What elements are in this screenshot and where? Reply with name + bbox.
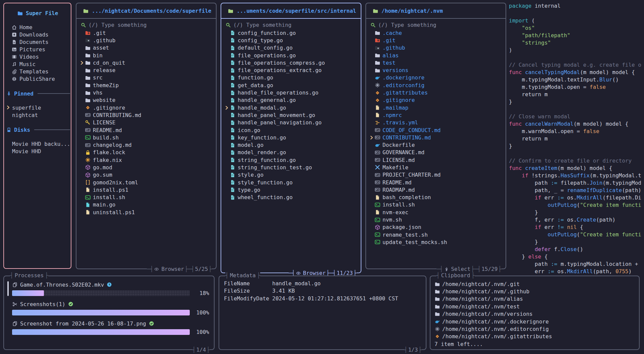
sidebar-item-templates[interactable]: Templates [4, 68, 71, 75]
file-row[interactable]: file_operations_extract.go [223, 66, 359, 74]
file-row[interactable]: file_operations.go [223, 52, 359, 59]
file-row[interactable]: go.sum [78, 171, 214, 179]
file-row[interactable]: model.go [223, 141, 359, 149]
disk-item-movie-hhd-backu-[interactable]: Movie HHD backu... [4, 140, 71, 148]
file-row[interactable]: flake.nix [78, 156, 214, 164]
pinned-item-nightcat[interactable]: nightcat [4, 111, 71, 119]
file-row[interactable]: type.go [223, 186, 359, 193]
file-row[interactable]: gomod2nix.toml [78, 179, 214, 186]
file-row[interactable]: .github [368, 44, 504, 52]
search-input[interactable]: (/) Type something [221, 19, 361, 28]
search-input[interactable]: (/) Type something [366, 19, 506, 28]
file-row[interactable]: CODE_OF_CONDUCT.md [368, 126, 504, 134]
sidebar-item-music[interactable]: Music [4, 60, 71, 68]
file-row[interactable]: website [78, 97, 214, 104]
file-row[interactable]: LICENSE.md [368, 156, 504, 164]
file-row[interactable]: bin [78, 52, 214, 59]
file-row[interactable]: .travis.yml [368, 119, 504, 126]
file-row[interactable]: flake.lock [78, 149, 214, 156]
pinned-item-superfile[interactable]: superfile [4, 104, 71, 111]
file-row[interactable]: README.md [368, 179, 504, 186]
file-row[interactable]: install.ps1 [78, 186, 214, 193]
file-row[interactable]: changelog.md [78, 141, 214, 149]
file-row[interactable]: alias [368, 52, 504, 59]
file-row[interactable]: model_render.go [223, 149, 359, 156]
file-row[interactable]: string_function.go [223, 156, 359, 164]
sidebar-item-documents[interactable]: Documents [4, 38, 71, 46]
file-row[interactable]: Dockerfile [368, 141, 504, 149]
file-row[interactable]: handle_panel_movement.go [223, 111, 359, 119]
file-row[interactable]: versions [368, 66, 504, 74]
file-row[interactable]: .editorconfig [368, 81, 504, 89]
file-row[interactable]: test [368, 59, 504, 66]
file-row[interactable]: go.mod [78, 164, 214, 171]
file-row[interactable]: main.go [78, 201, 214, 209]
file-row[interactable]: bash_completion [368, 194, 504, 201]
file-row[interactable]: .cache [368, 29, 504, 37]
file-row[interactable]: build.sh [78, 134, 214, 141]
file-row[interactable]: handle_genernal.go [223, 97, 359, 104]
file-row[interactable]: string_function_test.go [223, 164, 359, 171]
file-row[interactable]: handle_panel_navigation.go [223, 119, 359, 126]
markdown-icon [85, 127, 91, 133]
file-row[interactable]: cd_on_quit [78, 59, 214, 66]
file-row[interactable]: ROADMAP.md [368, 186, 504, 193]
file-row[interactable]: package.json [368, 224, 504, 231]
file-row[interactable]: .dockerignore [368, 74, 504, 81]
file-row[interactable]: handle_file_operations.go [223, 89, 359, 96]
file-row[interactable]: rename_test.sh [368, 231, 504, 238]
sidebar-item-pictures[interactable]: Pictures [4, 46, 71, 53]
file-row[interactable]: vhs [78, 89, 214, 96]
file-row[interactable]: style_function.go [223, 179, 359, 186]
file-row[interactable]: config_type.go [223, 37, 359, 44]
file-row[interactable]: style.go [223, 171, 359, 179]
disk-item-movie-hhd[interactable]: Movie HHD [4, 148, 71, 155]
file-row[interactable]: nvm-exec [368, 209, 504, 216]
file-row[interactable]: wheel_function.go [223, 194, 359, 201]
file-row[interactable]: .mailmap [368, 104, 504, 111]
file-row[interactable]: release [78, 66, 214, 74]
file-row[interactable]: function.go [223, 74, 359, 81]
file-row[interactable]: themeZip [78, 81, 214, 89]
sidebar-item-videos[interactable]: Videos [4, 53, 71, 60]
file-row[interactable]: .git [368, 37, 504, 44]
file-row[interactable]: Makefile [368, 164, 504, 171]
file-row[interactable]: GOVERNANCE.md [368, 149, 504, 156]
file-row[interactable]: update_test_mocks.sh [368, 238, 504, 246]
file-row[interactable]: CONTRIBUTING.md [78, 111, 214, 119]
file-row[interactable]: .gitattributes [368, 89, 504, 96]
file-row[interactable]: file_operations_compress.go [223, 59, 359, 66]
sidebar-item-publicshare[interactable]: PublicShare [4, 75, 71, 82]
sidebar-item-home[interactable]: Home [4, 23, 71, 31]
file-row[interactable]: .gitignore [78, 104, 214, 111]
file-row[interactable]: uninstall.ps1 [78, 209, 214, 216]
file-row[interactable]: LICENSE [78, 119, 214, 126]
process-item[interactable]: Screenshots(1)100% [12, 300, 209, 316]
file-row[interactable]: default_config.go [223, 44, 359, 52]
file-row[interactable]: .gitignore [368, 97, 504, 104]
file-row[interactable]: .github [78, 37, 214, 44]
file-row[interactable]: nvm.sh [368, 216, 504, 223]
file-row[interactable]: handle_modal.go [223, 104, 359, 111]
file-row[interactable]: key_function.go [223, 134, 359, 141]
file-row[interactable]: install.sh [368, 201, 504, 209]
metadata-key: FileModifyDate [224, 295, 272, 303]
file-row[interactable]: icon.go [223, 126, 359, 134]
code-preview: package internal import ( "os" "path/fil… [509, 3, 643, 275]
file-row[interactable]: install.sh [78, 194, 214, 201]
file-row[interactable]: get_data.go [223, 81, 359, 89]
sidebar-item-downloads[interactable]: Downloads [4, 31, 71, 38]
file-row[interactable]: asset [78, 44, 214, 52]
file-row[interactable]: CONTRIBUTING.md [368, 134, 504, 141]
file-row[interactable]: .npmrc [368, 111, 504, 119]
search-input[interactable]: (/) Type something [76, 19, 216, 28]
file-row[interactable]: src [78, 74, 214, 81]
file-row[interactable]: config_function.go [223, 29, 359, 37]
clipboard-item: /home/nightcat/.nvm/test [434, 303, 636, 310]
process-item[interactable]: Game.of.Thrones.S02E02.mkv18% [12, 281, 209, 296]
file-row[interactable]: README.md [78, 126, 214, 134]
file-row[interactable]: PROJECT_CHARTER.md [368, 171, 504, 179]
clipboard-item: /home/nightcat/.nvm/.gitattributes [434, 333, 636, 340]
file-row[interactable]: .git [78, 29, 214, 37]
process-item[interactable]: Screenshot from 2024-05-26 16-08-17.png1… [12, 320, 209, 335]
